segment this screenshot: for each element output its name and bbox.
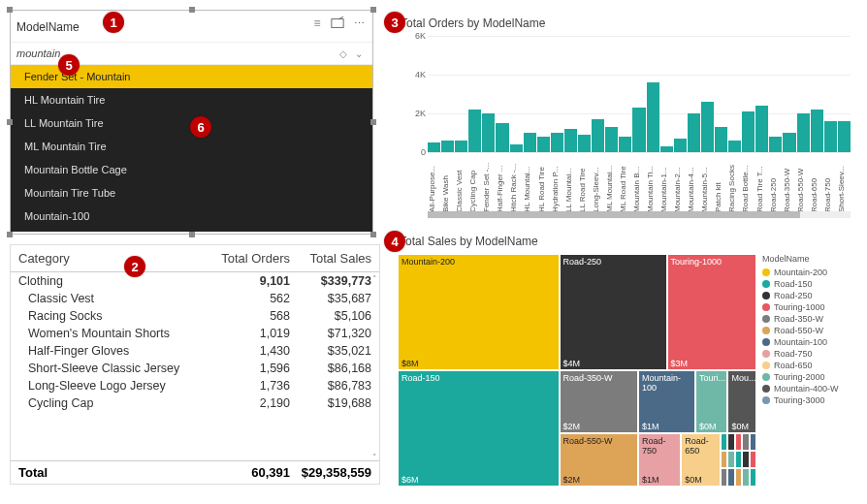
legend-item[interactable]: Road-150 (762, 279, 857, 289)
bar[interactable] (647, 82, 659, 152)
bar[interactable] (619, 137, 631, 152)
treemap-tile-small[interactable] (727, 468, 734, 486)
bar[interactable] (455, 141, 467, 152)
treemap-tile[interactable]: Road-250$4M (560, 254, 667, 370)
treemap-tile[interactable]: Mou...$0M (727, 370, 756, 433)
bar[interactable] (769, 137, 782, 152)
legend-item[interactable]: Mountain-200 (762, 268, 857, 277)
focus-mode-icon[interactable] (330, 16, 345, 31)
col-header-category[interactable]: Category (18, 251, 212, 266)
legend-item[interactable]: Mountain-400-W (762, 384, 857, 394)
legend-item[interactable]: Road-750 (762, 349, 857, 359)
resize-handle[interactable] (7, 232, 13, 237)
resize-handle[interactable] (7, 119, 13, 125)
treemap-tile[interactable]: Touring-1000$3M (667, 254, 757, 370)
bar[interactable] (701, 102, 714, 152)
chart-scrollbar-thumb[interactable] (428, 211, 800, 218)
treemap-tile-small[interactable] (742, 451, 749, 468)
resize-handle[interactable] (189, 7, 195, 13)
treemap-tile-small[interactable] (750, 451, 756, 468)
slicer-option[interactable]: ML Mountain Tire (11, 135, 372, 158)
bar[interactable] (510, 144, 523, 152)
treemap-tile-small[interactable] (735, 468, 742, 486)
bar[interactable] (797, 113, 810, 152)
treemap-area[interactable]: Mountain-200$8MRoad-150$6MRoad-250$4MTou… (398, 254, 756, 487)
bar[interactable] (482, 113, 495, 152)
bar[interactable] (564, 129, 577, 152)
resize-handle[interactable] (370, 232, 376, 237)
bar[interactable] (468, 110, 481, 152)
matrix-row[interactable]: Racing Socks568$5,106 (11, 307, 379, 325)
matrix-row[interactable]: Women's Mountain Shorts1,019$71,320 (11, 325, 379, 342)
clear-search-icon[interactable]: ◇ (336, 48, 351, 59)
matrix-row[interactable]: Half-Finger Gloves1,430$35,021 (11, 342, 379, 360)
treemap-tile-small[interactable] (721, 433, 727, 451)
treemap-tile-small[interactable] (727, 433, 734, 451)
legend-item[interactable]: Road-350-W (762, 314, 857, 324)
bar[interactable] (674, 139, 687, 152)
legend-item[interactable]: Touring-3000 (762, 395, 857, 405)
resize-handle[interactable] (370, 119, 376, 125)
treemap-tile-small[interactable] (742, 433, 749, 451)
bar[interactable] (742, 111, 755, 152)
treemap-tile-small[interactable] (721, 468, 727, 486)
treemap-tile[interactable]: Road-550-W$2M (560, 433, 638, 487)
bar[interactable] (578, 135, 591, 152)
matrix-row[interactable]: Cycling Cap2,190$19,688 (11, 394, 379, 412)
bar[interactable] (496, 123, 508, 152)
bar[interactable] (524, 133, 536, 152)
treemap-tile[interactable]: Road-750$1M (638, 433, 681, 487)
matrix-row[interactable]: Clothing9,101$339,773 (11, 272, 379, 290)
chevron-down-icon[interactable]: ⌄ (351, 48, 367, 59)
bar[interactable] (441, 141, 454, 152)
bar[interactable] (605, 127, 618, 152)
chart-scrollbar[interactable] (428, 211, 851, 218)
resize-handle[interactable] (7, 7, 13, 13)
bar[interactable] (551, 133, 563, 152)
bar[interactable] (428, 142, 440, 152)
drag-handle-icon[interactable]: ≡ (310, 16, 324, 30)
resize-handle[interactable] (189, 232, 195, 237)
resize-handle[interactable] (370, 7, 376, 13)
legend-item[interactable]: Road-250 (762, 291, 857, 300)
bar[interactable] (592, 119, 604, 152)
legend-item[interactable]: Road-650 (762, 361, 857, 370)
treemap-tile-small[interactable] (750, 468, 756, 486)
slicer-option[interactable]: HL Mountain Tire (11, 88, 372, 111)
bar[interactable] (688, 113, 700, 152)
matrix-row[interactable]: Classic Vest562$35,687 (11, 290, 379, 307)
col-header-orders[interactable]: Total Orders (212, 251, 290, 266)
matrix-row[interactable]: Long-Sleeve Logo Jersey1,736$86,783 (11, 377, 379, 394)
bar[interactable] (811, 110, 823, 152)
treemap-tile[interactable]: Mountain-100$1M (638, 370, 695, 433)
more-options-icon[interactable]: ⋯ (351, 16, 367, 31)
scroll-up-icon[interactable]: ˄ (372, 274, 377, 284)
treemap-tile-small[interactable] (742, 468, 749, 486)
slicer-option[interactable]: Mountain-100 (11, 205, 372, 228)
bar[interactable] (632, 108, 645, 152)
treemap-tile-small[interactable] (750, 433, 756, 451)
treemap-tile-small[interactable] (721, 451, 727, 468)
treemap-tile-small[interactable] (735, 433, 742, 451)
legend-item[interactable]: Touring-2000 (762, 372, 857, 382)
treemap-tile[interactable]: Road-650$0M (681, 433, 721, 487)
bar[interactable] (824, 121, 837, 152)
treemap-tile-small[interactable] (735, 451, 742, 468)
matrix-body[interactable]: Clothing9,101$339,773Classic Vest562$35,… (11, 272, 379, 455)
treemap-tile-small[interactable] (727, 451, 734, 468)
slicer-option[interactable]: Mountain Tire Tube (11, 181, 372, 205)
matrix-row[interactable]: Short-Sleeve Classic Jersey1,596$86,168 (11, 360, 379, 377)
bar[interactable] (783, 133, 795, 152)
matrix-visual[interactable]: Category Total Orders Total Sales ˄ Clot… (10, 244, 380, 485)
col-header-sales[interactable]: Total Sales (290, 251, 371, 266)
bar-chart-visual[interactable]: Total Orders by ModelName 02K4K6K All-Pu… (392, 10, 857, 223)
bar[interactable] (755, 106, 768, 152)
treemap-tile[interactable]: Touri...$0M (695, 370, 727, 433)
legend-item[interactable]: Mountain-100 (762, 337, 857, 347)
bar[interactable] (537, 137, 550, 152)
bar[interactable] (715, 127, 727, 152)
bar[interactable] (728, 141, 741, 152)
slicer-option[interactable]: Mountain Bottle Cage (11, 158, 372, 181)
slicer-dropdown[interactable]: Fender Set - MountainHL Mountain TireLL … (11, 65, 372, 232)
treemap-tile[interactable]: Mountain-200$8M (398, 254, 560, 370)
